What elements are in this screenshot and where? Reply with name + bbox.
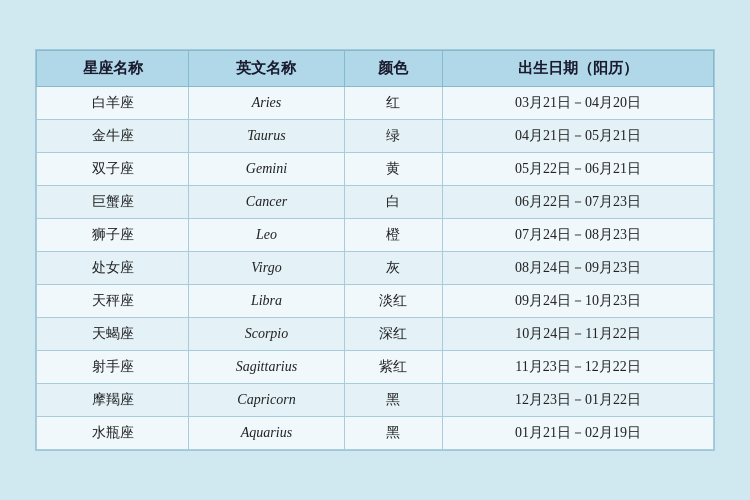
cell-date: 04月21日－05月21日 (443, 120, 714, 153)
cell-color: 黑 (344, 384, 443, 417)
cell-color: 绿 (344, 120, 443, 153)
cell-color: 淡红 (344, 285, 443, 318)
cell-date: 10月24日－11月22日 (443, 318, 714, 351)
table-row: 天蝎座Scorpio深红10月24日－11月22日 (37, 318, 714, 351)
cell-chinese-name: 天秤座 (37, 285, 189, 318)
table-row: 金牛座Taurus绿04月21日－05月21日 (37, 120, 714, 153)
cell-date: 08月24日－09月23日 (443, 252, 714, 285)
cell-chinese-name: 巨蟹座 (37, 186, 189, 219)
cell-date: 01月21日－02月19日 (443, 417, 714, 450)
header-date: 出生日期（阳历） (443, 51, 714, 87)
cell-chinese-name: 白羊座 (37, 87, 189, 120)
cell-color: 红 (344, 87, 443, 120)
cell-chinese-name: 金牛座 (37, 120, 189, 153)
cell-english-name: Aquarius (189, 417, 344, 450)
table-row: 水瓶座Aquarius黑01月21日－02月19日 (37, 417, 714, 450)
cell-date: 06月22日－07月23日 (443, 186, 714, 219)
cell-date: 09月24日－10月23日 (443, 285, 714, 318)
cell-color: 深红 (344, 318, 443, 351)
cell-english-name: Leo (189, 219, 344, 252)
cell-date: 12月23日－01月22日 (443, 384, 714, 417)
table-row: 摩羯座Capricorn黑12月23日－01月22日 (37, 384, 714, 417)
cell-date: 07月24日－08月23日 (443, 219, 714, 252)
header-chinese-name: 星座名称 (37, 51, 189, 87)
cell-english-name: Scorpio (189, 318, 344, 351)
zodiac-table: 星座名称 英文名称 颜色 出生日期（阳历） 白羊座Aries红03月21日－04… (36, 50, 714, 450)
cell-english-name: Virgo (189, 252, 344, 285)
cell-color: 白 (344, 186, 443, 219)
table-row: 狮子座Leo橙07月24日－08月23日 (37, 219, 714, 252)
cell-chinese-name: 双子座 (37, 153, 189, 186)
header-english-name: 英文名称 (189, 51, 344, 87)
cell-color: 紫红 (344, 351, 443, 384)
zodiac-table-container: 星座名称 英文名称 颜色 出生日期（阳历） 白羊座Aries红03月21日－04… (35, 49, 715, 451)
cell-english-name: Sagittarius (189, 351, 344, 384)
table-row: 巨蟹座Cancer白06月22日－07月23日 (37, 186, 714, 219)
cell-chinese-name: 射手座 (37, 351, 189, 384)
cell-english-name: Taurus (189, 120, 344, 153)
cell-color: 灰 (344, 252, 443, 285)
table-row: 双子座Gemini黄05月22日－06月21日 (37, 153, 714, 186)
header-color: 颜色 (344, 51, 443, 87)
table-body: 白羊座Aries红03月21日－04月20日金牛座Taurus绿04月21日－0… (37, 87, 714, 450)
cell-chinese-name: 处女座 (37, 252, 189, 285)
table-row: 处女座Virgo灰08月24日－09月23日 (37, 252, 714, 285)
cell-chinese-name: 摩羯座 (37, 384, 189, 417)
table-row: 射手座Sagittarius紫红11月23日－12月22日 (37, 351, 714, 384)
cell-english-name: Cancer (189, 186, 344, 219)
cell-date: 03月21日－04月20日 (443, 87, 714, 120)
cell-english-name: Aries (189, 87, 344, 120)
cell-chinese-name: 水瓶座 (37, 417, 189, 450)
cell-color: 黑 (344, 417, 443, 450)
cell-english-name: Gemini (189, 153, 344, 186)
cell-date: 11月23日－12月22日 (443, 351, 714, 384)
cell-english-name: Capricorn (189, 384, 344, 417)
cell-color: 橙 (344, 219, 443, 252)
cell-color: 黄 (344, 153, 443, 186)
table-row: 白羊座Aries红03月21日－04月20日 (37, 87, 714, 120)
cell-chinese-name: 天蝎座 (37, 318, 189, 351)
cell-chinese-name: 狮子座 (37, 219, 189, 252)
cell-english-name: Libra (189, 285, 344, 318)
table-row: 天秤座Libra淡红09月24日－10月23日 (37, 285, 714, 318)
table-header-row: 星座名称 英文名称 颜色 出生日期（阳历） (37, 51, 714, 87)
cell-date: 05月22日－06月21日 (443, 153, 714, 186)
